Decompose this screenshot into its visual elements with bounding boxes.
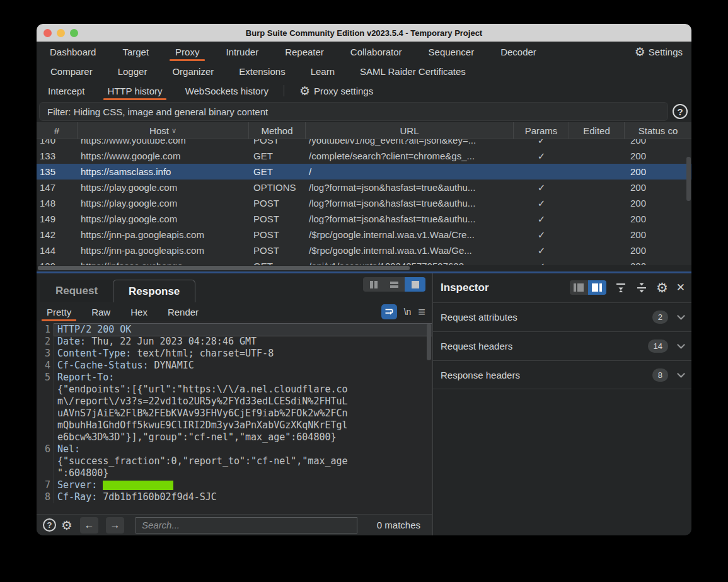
inspector-section[interactable]: Response headers 8 [433, 360, 691, 389]
count-badge: 14 [648, 340, 668, 353]
tab-extensions[interactable]: Extensions [226, 62, 298, 81]
filter-settings-bar[interactable]: Filter: Hiding CSS, image and general bi… [39, 102, 668, 121]
tab-hex[interactable]: Hex [120, 302, 158, 321]
tab-proxy[interactable]: Proxy [162, 42, 212, 62]
cell-host: https://www.google.com [78, 151, 249, 161]
table-row[interactable]: 135 https://samsclass.info GET / 200 [37, 164, 691, 180]
column-header-method[interactable]: Method [249, 122, 306, 139]
tab-comparer[interactable]: Comparer [38, 62, 105, 81]
chevron-down-icon[interactable] [677, 312, 685, 320]
table-row[interactable]: 149 https://play.google.com POST /log?fo… [37, 211, 691, 227]
layout-single-button[interactable] [405, 277, 425, 292]
tab-websockets-history[interactable]: WebSockets history [174, 81, 280, 101]
expand-all-icon[interactable] [615, 282, 627, 294]
line-number: 1 [37, 324, 54, 336]
editor-line: 7 Server: [37, 479, 432, 491]
inspector-close-icon[interactable]: ✕ [676, 281, 685, 294]
tab-sequencer[interactable]: Sequencer [415, 42, 488, 62]
tab-intruder[interactable]: Intruder [212, 42, 272, 62]
layout-segmented-control [363, 277, 425, 292]
table-row[interactable]: 148 https://play.google.com POST /log?fo… [37, 195, 691, 211]
table-row[interactable]: 139 https://infosec.exchange GET /api/v1… [37, 258, 691, 265]
column-header-params[interactable]: Params [514, 122, 569, 139]
tab-decoder[interactable]: Decoder [487, 42, 550, 62]
table-row[interactable]: 142 https://jnn-pa.googleapis.com POST /… [37, 227, 691, 243]
inspector-settings-gear-icon[interactable]: ⚙ [656, 281, 668, 294]
table-row[interactable]: 144 https://jnn-pa.googleapis.com POST /… [37, 243, 691, 258]
inspector-section[interactable]: Request headers 14 [433, 331, 691, 360]
tab-repeater[interactable]: Repeater [272, 42, 337, 62]
editor-line: {"success_fraction":0,"report_to":"cf-ne… [37, 455, 432, 467]
editor-vertical-scrollbar[interactable] [427, 324, 431, 360]
editor-line: 5 Report-To: [37, 372, 432, 384]
column-header-status-code[interactable]: Status co [625, 122, 691, 139]
header-value: e6bcw%3D%3D"}],"group":"cf-nel","max_age… [57, 431, 337, 443]
hamburger-menu-icon[interactable]: ≡ [418, 305, 425, 319]
column-header-edited[interactable]: Edited [569, 122, 625, 139]
message-editor-pane: Request Response Pretty Raw Hex Render [37, 273, 432, 535]
collapse-all-icon[interactable] [635, 282, 648, 294]
next-match-button[interactable]: → [106, 517, 124, 534]
line-number [37, 467, 54, 479]
table-horizontal-scrollbar[interactable] [37, 265, 691, 271]
previous-match-button[interactable]: ← [80, 517, 98, 534]
filter-bar: Filter: Hiding CSS, image and general bi… [37, 101, 691, 122]
settings-button[interactable]: ⚙ Settings [630, 42, 691, 62]
filter-text: Filter: Hiding CSS, image and general bi… [47, 106, 268, 117]
word-wrap-button[interactable] [381, 304, 397, 319]
tab-learn[interactable]: Learn [298, 62, 347, 81]
cell-params: ✓ [514, 214, 569, 225]
chevron-down-icon[interactable] [677, 370, 685, 378]
search-help-icon[interactable]: ? [43, 518, 56, 532]
cell-status-code: 200 [625, 245, 691, 256]
line-number [37, 396, 54, 408]
tab-dashboard[interactable]: Dashboard [37, 42, 109, 62]
tab-collaborator[interactable]: Collaborator [337, 42, 415, 62]
count-badge: 2 [652, 311, 668, 324]
cell-host: https://www.youtube.com [78, 139, 249, 146]
cell-url: / [306, 166, 514, 177]
cell-status-code: 200 [625, 214, 691, 224]
proxy-settings-button[interactable]: ⚙ Proxy settings [288, 81, 384, 101]
inspector-section[interactable]: Request attributes 2 [433, 302, 691, 331]
section-label: Request attributes [441, 312, 652, 322]
dock-right-button[interactable] [588, 280, 606, 295]
cell-params: ✓ [514, 151, 569, 162]
column-header-url[interactable]: URL [306, 122, 514, 139]
burp-window: Burp Suite Community Edition v2023.5.4 -… [37, 24, 691, 535]
line-number [37, 431, 54, 443]
tab-intercept[interactable]: Intercept [37, 81, 96, 101]
tab-render[interactable]: Render [158, 302, 209, 321]
tab-http-history[interactable]: HTTP history [96, 81, 173, 101]
cell-number: 147 [37, 182, 78, 193]
tab-pretty[interactable]: Pretty [37, 302, 81, 321]
tab-target[interactable]: Target [109, 42, 162, 62]
tab-request[interactable]: Request [40, 280, 113, 302]
tab-response[interactable]: Response [113, 280, 195, 302]
tab-saml-raider-certificates[interactable]: SAML Raider Certificates [347, 62, 478, 81]
layout-rows-button[interactable] [384, 277, 405, 292]
line-number [37, 455, 54, 467]
response-editor[interactable]: 1 HTTP/2 200 OK 2 Date: Thu, 22 Jun 2023… [37, 321, 432, 514]
help-icon[interactable]: ? [673, 104, 688, 119]
header-name: HTTP/2 200 OK [57, 324, 131, 335]
header-name: Cf-Cache-Status: [57, 360, 149, 371]
editor-line: ":604800} [37, 467, 432, 479]
tab-organizer[interactable]: Organizer [159, 62, 226, 81]
layout-columns-button[interactable] [363, 277, 384, 292]
table-row[interactable]: 147 https://play.google.com OPTIONS /log… [37, 180, 691, 195]
table-row[interactable]: 133 https://www.google.com GET /complete… [37, 148, 691, 164]
tab-raw[interactable]: Raw [81, 302, 120, 321]
column-header-number[interactable]: # [37, 122, 78, 139]
scrollbar-thumb[interactable] [38, 266, 410, 270]
column-header-host[interactable]: Host∨ [78, 122, 249, 139]
search-input[interactable] [136, 517, 357, 534]
cell-status-code: 200 [625, 151, 691, 161]
search-settings-gear-icon[interactable]: ⚙ [61, 519, 72, 532]
newline-toggle[interactable]: \n [404, 307, 412, 317]
table-vertical-scrollbar[interactable] [686, 157, 691, 201]
table-row[interactable]: 140 https://www.youtube.com POST /youtub… [37, 139, 691, 148]
dock-left-button[interactable] [570, 280, 588, 295]
tab-logger[interactable]: Logger [105, 62, 160, 81]
chevron-down-icon[interactable] [677, 341, 685, 349]
